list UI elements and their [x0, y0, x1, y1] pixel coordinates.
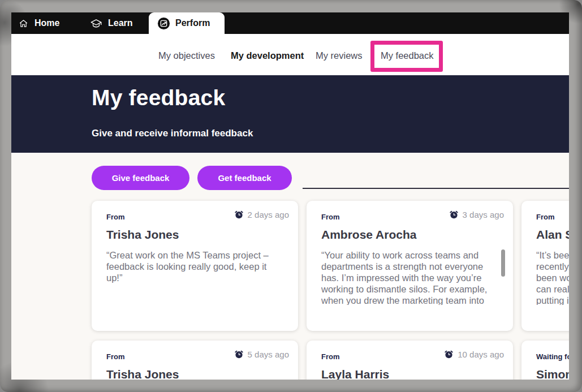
- home-icon: [19, 19, 28, 28]
- card-text-line: putting i: [536, 295, 569, 305]
- nav-item-home[interactable]: Home: [19, 12, 59, 34]
- feedback-card[interactable]: From 3 days ago Ambrose Arocha “Your abi…: [307, 201, 513, 331]
- card-feedback-text: “Your ability to work across teams and d…: [321, 249, 500, 305]
- card-feedback-text: “It’s been recently. been wor can really…: [536, 249, 569, 305]
- page-subtitle: Give and receive informal feedback: [92, 128, 253, 139]
- card-scrollbar-thumb[interactable]: [501, 249, 505, 277]
- card-sender-name: Trisha Jones: [106, 368, 179, 380]
- subnav-item-my-reviews[interactable]: My reviews: [316, 50, 363, 61]
- card-sender-name: Simon: [536, 368, 569, 380]
- card-sender-name: Layla Harris: [321, 368, 389, 380]
- card-time-text: 5 days ago: [248, 350, 289, 359]
- app-window: Home Learn: [11, 12, 569, 380]
- card-from-label: From: [106, 213, 125, 221]
- nav-learn-label: Learn: [108, 18, 133, 28]
- card-time-text: 3 days ago: [463, 210, 504, 219]
- page-hero: My feedback Give and receive informal fe…: [11, 75, 569, 153]
- alarm-clock-icon: [444, 350, 454, 359]
- perform-chart-icon: [157, 17, 170, 30]
- window-frame: Home Learn: [0, 0, 582, 392]
- alarm-clock-icon: [234, 210, 244, 219]
- card-timestamp: 3 days ago: [449, 210, 504, 219]
- card-from-label: From: [106, 352, 125, 361]
- give-feedback-button[interactable]: Give feedback: [92, 166, 189, 190]
- card-from-label: From: [536, 213, 555, 221]
- card-sender-name: Trisha Jones: [106, 228, 179, 242]
- card-text-line: “It’s been: [536, 249, 569, 261]
- nav-perform-label: Perform: [175, 18, 210, 28]
- nav-home-label: Home: [35, 18, 59, 28]
- card-waiting-label: Waiting fo: [536, 352, 569, 361]
- page-title: My feedback: [92, 85, 225, 110]
- get-feedback-button[interactable]: Get feedback: [197, 166, 292, 190]
- subnav-item-my-development[interactable]: My development: [231, 50, 304, 61]
- card-from-label: From: [321, 352, 340, 361]
- card-timestamp: 2 days ago: [234, 210, 289, 219]
- graduation-cap-icon: [90, 19, 102, 28]
- card-time-text: 10 days ago: [458, 350, 504, 359]
- card-from-label: From: [321, 213, 340, 221]
- feedback-card[interactable]: From 2 days ago Trisha Jones “Great work…: [92, 201, 298, 331]
- card-text-line: can really: [536, 283, 569, 295]
- card-text-line: recently.: [536, 261, 569, 272]
- card-sender-name: Ambrose Arocha: [321, 228, 416, 242]
- feedback-card[interactable]: Waiting fo Simon: [521, 341, 569, 380]
- top-navbar: Home Learn: [11, 12, 569, 34]
- card-timestamp: 5 days ago: [234, 350, 289, 359]
- card-time-text: 2 days ago: [248, 210, 289, 219]
- card-feedback-text: “Great work on the MS Teams project – fe…: [106, 249, 285, 305]
- nav-item-perform-active-tab[interactable]: Perform: [149, 12, 225, 34]
- feedback-card[interactable]: From 10 days ago Layla Harris: [307, 341, 513, 380]
- card-sender-name: Alan Sm: [536, 228, 569, 242]
- card-timestamp: 10 days ago: [444, 350, 504, 359]
- tab-underline-divider: [303, 188, 569, 189]
- subnav-item-my-objectives[interactable]: My objectives: [158, 50, 215, 61]
- subnav-item-my-feedback[interactable]: My feedback: [381, 50, 434, 61]
- card-text-line: been wor: [536, 272, 569, 283]
- feedback-card[interactable]: From Alan Sm “It’s been recently. been w…: [521, 201, 569, 331]
- feedback-content: Give feedback Get feedback From 2 days a…: [11, 153, 569, 380]
- perform-sub-navigation: My objectives My development My reviews …: [11, 34, 569, 75]
- alarm-clock-icon: [234, 350, 244, 359]
- feedback-card[interactable]: From 5 days ago Trisha Jones: [92, 341, 298, 380]
- nav-item-learn[interactable]: Learn: [90, 12, 133, 34]
- alarm-clock-icon: [449, 210, 459, 219]
